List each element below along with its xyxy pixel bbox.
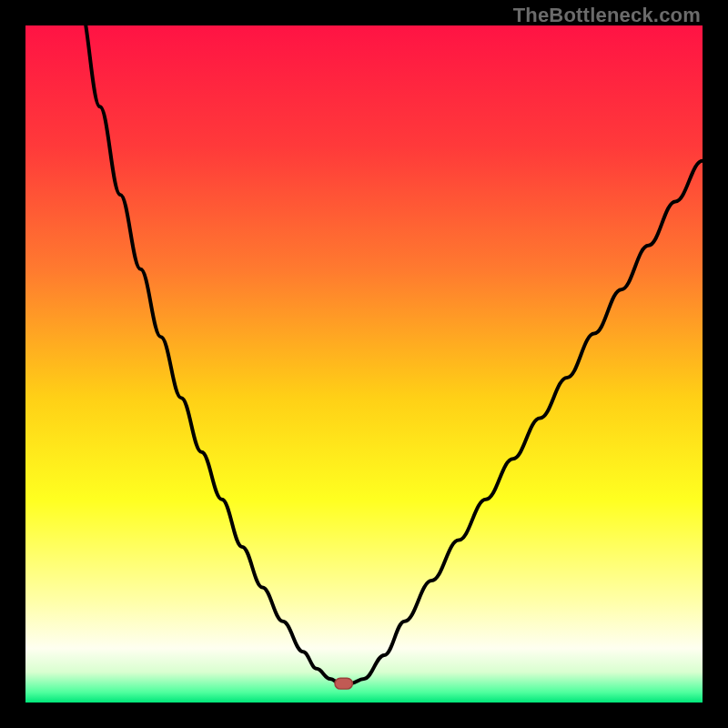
outer-frame: TheBottleneck.com bbox=[0, 0, 728, 728]
plot-area bbox=[25, 25, 703, 703]
watermark-text: TheBottleneck.com bbox=[513, 4, 701, 27]
marker-layer bbox=[25, 25, 703, 703]
optimal-marker bbox=[335, 678, 352, 689]
